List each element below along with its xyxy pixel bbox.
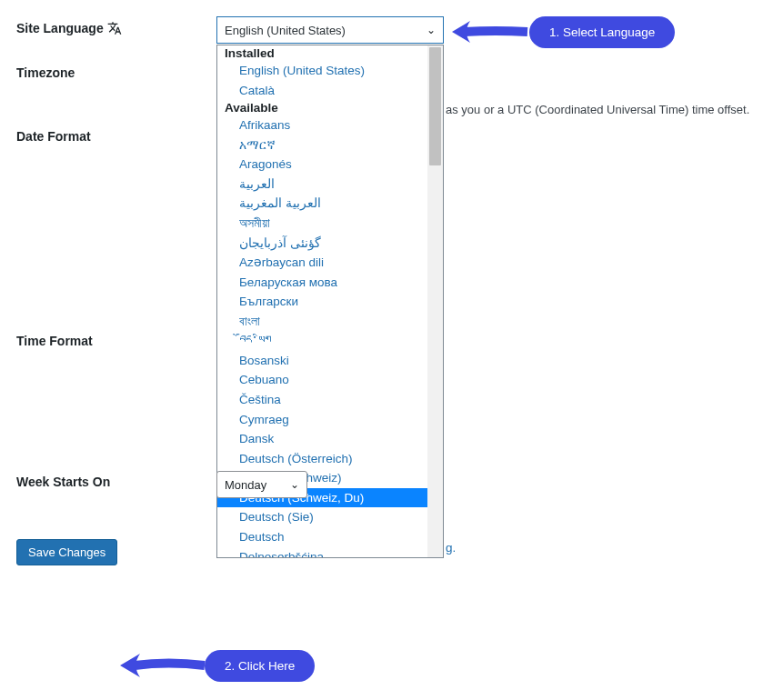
callout-select-language: 1. Select Language bbox=[529, 16, 675, 48]
week-starts-on-label: Week Starts On bbox=[16, 471, 216, 489]
language-option[interactable]: বাংলা bbox=[217, 312, 427, 332]
date-format-label: Date Format bbox=[16, 125, 216, 144]
chevron-down-icon: ⌄ bbox=[290, 478, 299, 491]
language-select-value: English (United States) bbox=[225, 24, 346, 37]
language-select[interactable]: English (United States) ⌄ bbox=[216, 16, 444, 44]
site-language-label: Site Language bbox=[16, 16, 216, 35]
week-starts-value: Monday bbox=[225, 478, 266, 492]
timezone-label: Timezone bbox=[16, 62, 216, 80]
chevron-down-icon: ⌄ bbox=[427, 24, 436, 36]
time-format-label: Time Format bbox=[16, 330, 216, 348]
language-option[interactable]: Deutsch (Sie) bbox=[217, 507, 427, 527]
language-group-installed: Installed bbox=[217, 45, 427, 61]
language-option[interactable]: Deutsch bbox=[217, 527, 427, 547]
timezone-help-text: as you or a UTC (Coordinated Universal T… bbox=[446, 103, 749, 116]
translate-icon bbox=[107, 20, 122, 35]
week-starts-select[interactable]: Monday ⌄ bbox=[216, 471, 307, 498]
arrow-1 bbox=[450, 14, 532, 50]
language-option[interactable]: Dolnoserbšćina bbox=[217, 547, 427, 558]
language-option[interactable]: Deutsch (Österreich) bbox=[217, 449, 427, 469]
save-changes-button[interactable]: Save Changes bbox=[16, 539, 117, 565]
link-fragment[interactable]: g. bbox=[446, 541, 456, 555]
